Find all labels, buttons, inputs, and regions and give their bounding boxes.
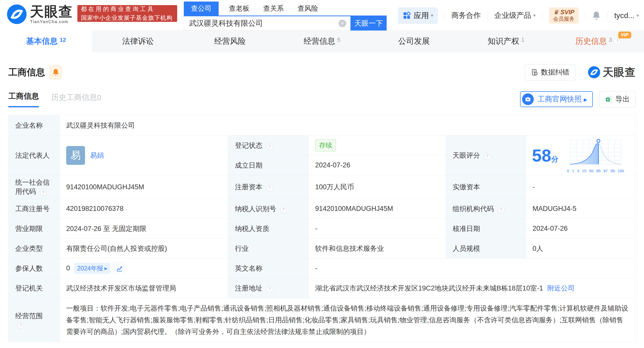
tab-company-development[interactable]: 公司发展 — [368, 30, 460, 52]
table-row: 工商注册号 420198210076378 纳税人识别号 ? 91420100M… — [9, 199, 636, 219]
search-tab-company[interactable]: 查公司 — [184, 2, 219, 16]
divider — [585, 11, 585, 20]
excel-icon — [605, 95, 613, 103]
establish-date-value: 2024-07-26 — [309, 155, 446, 175]
help-icon[interactable]: ? — [484, 153, 491, 160]
promo-line2: 国家中小企业发展子基金旗下机构 — [81, 14, 174, 22]
english-name-value: - — [309, 258, 636, 278]
reg-address-label: 注册地址 ? — [228, 278, 309, 298]
legal-rep-value: 易 易娟 — [60, 136, 228, 175]
english-name-label: 英文名称 — [228, 258, 309, 278]
divider — [444, 11, 445, 20]
table-row: 参保人数 0 2024年报 ▶ 英文名称 - — [9, 258, 636, 278]
trend-chart-button[interactable] — [114, 263, 125, 274]
business-term-label: 营业期限 — [9, 219, 60, 239]
help-icon[interactable]: ? — [267, 286, 273, 293]
notification-bell-icon[interactable] — [592, 11, 601, 20]
table-row: 企业名称 武汉疆灵科技有限公司 — [9, 115, 636, 136]
insured-count-label: 参保人数 — [9, 258, 60, 278]
nearby-companies-link[interactable]: 附近公司 — [547, 284, 575, 293]
user-menu[interactable]: tycd... ▾ — [614, 11, 639, 20]
business-scope-value: 一般项目：软件开发;电子元器件零售;电子产品销售;通讯设备销售;照相机及器材销售… — [60, 298, 636, 342]
legal-rep-link[interactable]: 易娟 — [90, 151, 104, 160]
search-input[interactable] — [184, 19, 339, 27]
score-distribution-chart: 01 315 5085 9799 100 — [567, 138, 624, 173]
tyc-score-label: 天眼评分 ? — [446, 136, 526, 175]
apps-grid-icon — [402, 11, 411, 20]
establish-date-label: 成立日期 — [228, 155, 309, 175]
org-code-label: 组织机构代码 ? — [446, 199, 526, 219]
industry-label: 行业 — [228, 239, 309, 258]
help-icon[interactable]: ? — [614, 38, 621, 45]
tianyancha-logo-icon — [6, 4, 27, 25]
main-content: 工商信息 数据纠错 — [0, 64, 644, 342]
subtab-history-business-info[interactable]: 历史工商信息0 — [51, 92, 101, 107]
clear-search-icon[interactable]: × — [339, 20, 346, 27]
legal-rep-avatar[interactable]: 易 — [66, 146, 85, 165]
caret-down-icon: ▾ — [533, 13, 536, 18]
reg-authority-label: 登记机关 — [9, 278, 60, 298]
svip-member-badge[interactable]: ♛ SVIP 会员服务 — [549, 7, 579, 24]
staff-size-label: 人员规模 — [446, 239, 526, 258]
help-icon[interactable]: ? — [40, 189, 47, 196]
help-icon[interactable]: ? — [498, 207, 505, 213]
apps-label: 应用 — [414, 10, 429, 21]
apps-dropdown[interactable]: 应用 ▾ — [398, 7, 438, 24]
search-tab-boss[interactable]: 查老板 — [225, 4, 253, 16]
help-icon[interactable]: ? — [17, 322, 24, 329]
approval-date-value: 2024-07-26 — [526, 219, 636, 239]
company-name-label: 企业名称 — [9, 115, 60, 136]
tab-legal-litigation[interactable]: 法律诉讼 — [92, 30, 184, 52]
annual-report-badge[interactable]: 2024年报 ▶ — [74, 263, 110, 274]
industry-value: 软件和信息技术服务业 — [309, 239, 446, 258]
snapshot-camera-icon — [522, 93, 534, 105]
search-tab-risk[interactable]: 查风险 — [294, 4, 322, 16]
subtab-business-info[interactable]: 工商信息 — [8, 91, 39, 107]
tab-operation-info[interactable]: 经营信息 5 — [276, 30, 368, 52]
official-snapshot-button[interactable]: 工商官网快照 ▶ — [520, 91, 593, 107]
insured-count-value: 0 2024年报 ▶ — [60, 258, 228, 278]
brand-name: 天眼查 — [30, 4, 73, 19]
search-block: 查公司 查老板 查关系 查风险 × 天眼一下 — [184, 4, 387, 31]
search-tabs: 查公司 查老板 查关系 查风险 — [184, 4, 387, 16]
company-type-value: 有限责任公司(自然人投资或控股) — [60, 239, 228, 258]
help-icon[interactable]: ? — [267, 185, 273, 191]
reg-number-value: 420198210076378 — [60, 199, 228, 219]
tab-history-info[interactable]: 历史信息 3 ? VIP — [552, 30, 644, 52]
taxpayer-id-value: 91420100MADUGHJ45M — [309, 199, 446, 219]
help-icon[interactable]: ? — [280, 207, 287, 213]
org-code-value: MADUGHJ4-5 — [526, 199, 636, 219]
paid-capital-label: 实缴资本 — [446, 175, 526, 199]
table-row: 登记机关 武汉经济技术开发区市场监督管理局 注册地址 ? 湖北省武汉市武汉经济技… — [9, 278, 636, 298]
paid-capital-value: - — [526, 175, 636, 199]
export-button[interactable]: 导出 — [599, 91, 636, 107]
search-tab-relation[interactable]: 查关系 — [260, 4, 287, 16]
reg-authority-value: 武汉经济技术开发区市场监督管理局 — [60, 278, 228, 298]
monitor-bell-button[interactable] — [50, 65, 62, 79]
promo-line1: 都在用的商业查询工具 — [81, 5, 174, 13]
reg-number-label: 工商注册号 — [9, 199, 60, 219]
search-button[interactable]: 天眼一下 — [351, 16, 387, 31]
tianyancha-logo-icon — [587, 66, 601, 79]
table-row: 法定代表人 易 易娟 登记状态 ? 存续 天眼评分 ? — [9, 136, 636, 155]
nav-cooperation[interactable]: 商务合作 — [451, 10, 481, 21]
tyc-score-value: 58分 — [526, 136, 636, 175]
reg-address-value: 湖北省武汉市武汉经济技术开发区19C2地块武汉经开未来城B栋18层10室-1 附… — [309, 278, 636, 298]
nav-enterprise-products[interactable]: 企业级产品 ▾ — [494, 10, 536, 21]
brand-domain: TianYanCha.com — [30, 19, 73, 24]
score-pin-icon — [597, 139, 600, 142]
staff-size-value: 0人 — [526, 239, 636, 258]
search-input-wrap: × — [184, 16, 351, 31]
tab-operation-risk[interactable]: 经营风险 — [184, 30, 276, 52]
tianyancha-logo[interactable]: 天眼查 TianYanCha.com — [6, 4, 73, 25]
tab-intellectual-property[interactable]: 知识产权 1 — [460, 30, 552, 52]
taxpayer-id-label: 纳税人识别号 ? — [228, 199, 309, 219]
header-right-nav: 应用 ▾ 商务合作 企业级产品 ▾ ♛ SVIP 会员服务 tycd... ▾ — [398, 4, 639, 27]
credit-code-label: 统一社会信用代码 ? — [9, 175, 60, 199]
data-correction-button[interactable]: 数据纠错 — [525, 64, 575, 80]
help-icon[interactable]: ? — [267, 143, 273, 150]
promo-banner: 都在用的商业查询工具 国家中小企业发展子基金旗下机构 — [77, 5, 177, 22]
tab-basic-info[interactable]: 基本信息 12 — [0, 30, 92, 52]
vip-badge: VIP — [618, 32, 631, 38]
line-chart-icon — [116, 265, 123, 272]
